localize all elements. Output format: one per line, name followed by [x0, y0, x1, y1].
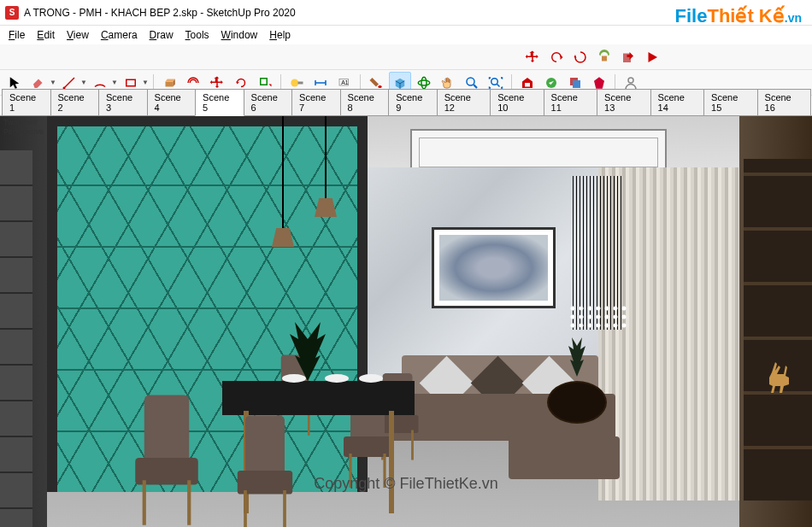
window-title: A TRONG - PMH - KHACH BEP 2.skp - Sketch… — [24, 7, 296, 19]
move-icon[interactable] — [521, 46, 544, 68]
svg-point-11 — [421, 77, 427, 89]
scene-tab-scene-6[interactable]: Scene 6 — [244, 89, 293, 115]
scene-tab-scene-7[interactable]: Scene 7 — [291, 89, 341, 115]
scene-tab-scene-15[interactable]: Scene 15 — [703, 89, 757, 115]
svg-rect-17 — [573, 80, 580, 88]
scene-tab-scene-14[interactable]: Scene 14 — [650, 89, 704, 115]
scene-tab-scene-13[interactable]: Scene 13 — [597, 89, 650, 115]
orbit-icon[interactable] — [569, 46, 591, 68]
svg-rect-6 — [298, 81, 303, 84]
app-icon: S — [5, 6, 19, 20]
render-icon[interactable] — [641, 46, 663, 68]
scene-tab-scene-11[interactable]: Scene 11 — [544, 89, 597, 115]
svg-point-5 — [291, 79, 298, 86]
rectangle-tool-dropdown[interactable]: ▼ — [142, 79, 149, 86]
menu-bar: FileEditViewCameraDrawToolsWindowHelp — [0, 26, 812, 44]
eraser-tool-dropdown[interactable]: ▼ — [50, 79, 56, 86]
svg-rect-0 — [602, 56, 607, 61]
svg-point-10 — [418, 80, 430, 85]
scene-tab-scene-4[interactable]: Scene 4 — [147, 89, 197, 115]
svg-point-12 — [467, 78, 474, 85]
svg-rect-3 — [127, 79, 136, 86]
line-tool-dropdown[interactable]: ▼ — [80, 79, 87, 86]
scene-tab-scene-9[interactable]: Scene 9 — [388, 89, 438, 115]
scene-render — [0, 116, 812, 527]
scene-tab-scene-12[interactable]: Scene 12 — [437, 89, 491, 115]
export-icon[interactable] — [617, 46, 639, 68]
toolbar-secondary — [0, 44, 812, 70]
watermark-logo: FileThiết Kế.vn — [675, 5, 802, 27]
copyright-text: Copyright © FileThietKe.vn — [314, 475, 497, 493]
svg-point-13 — [491, 78, 498, 85]
scene-tab-scene-3[interactable]: Scene 3 — [98, 89, 148, 115]
scene-tab-scene-16[interactable]: Scene 16 — [757, 89, 811, 115]
camera-icon[interactable] — [593, 46, 615, 68]
svg-rect-4 — [261, 78, 268, 85]
menu-camera[interactable]: Camera — [96, 27, 143, 43]
svg-rect-14 — [525, 83, 530, 87]
scene-tab-scene-1[interactable]: Scene 1 — [2, 89, 51, 115]
menu-edit[interactable]: Edit — [32, 27, 60, 43]
viewport-3d[interactable]: Two Point Perspective — [0, 116, 812, 527]
camera-mode-label: Two Point Perspective — [3, 118, 44, 137]
svg-point-9 — [378, 85, 382, 88]
orbit-left-icon[interactable] — [545, 46, 568, 68]
menu-draw[interactable]: Draw — [144, 27, 179, 43]
scene-tab-scene-10[interactable]: Scene 10 — [490, 89, 544, 115]
menu-file[interactable]: File — [3, 27, 30, 43]
scene-tabs: Scene 1Scene 2Scene 3Scene 4Scene 5Scene… — [0, 96, 812, 116]
menu-view[interactable]: View — [62, 27, 94, 43]
scene-tab-scene-8[interactable]: Scene 8 — [340, 89, 390, 115]
scene-tab-scene-5[interactable]: Scene 5 — [195, 89, 244, 116]
menu-tools[interactable]: Tools — [180, 27, 215, 43]
menu-help[interactable]: Help — [264, 27, 296, 43]
scene-tab-scene-2[interactable]: Scene 2 — [50, 89, 100, 115]
svg-point-18 — [628, 78, 633, 83]
menu-window[interactable]: Window — [216, 27, 263, 43]
svg-text:A1: A1 — [341, 79, 349, 85]
arc-tool-dropdown[interactable]: ▼ — [111, 79, 118, 86]
